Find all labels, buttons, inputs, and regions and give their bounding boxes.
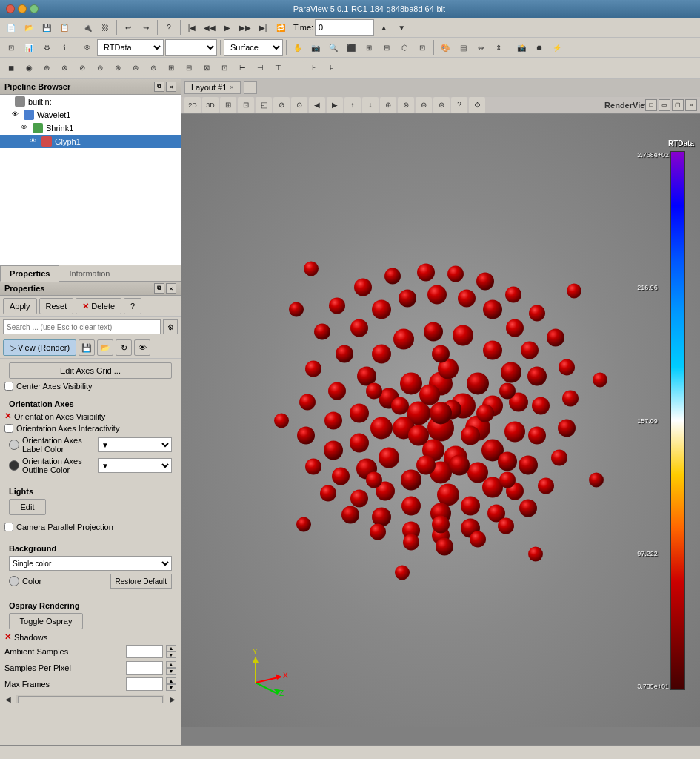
select-button[interactable]: ⬛ xyxy=(343,39,359,56)
max-frames-input[interactable]: 8 xyxy=(126,677,163,691)
select-cell-button[interactable]: ⊟ xyxy=(379,39,395,56)
time-spin-up[interactable]: ▲ xyxy=(376,19,392,36)
scroll-right-button[interactable]: ▶ xyxy=(164,692,181,708)
ambient-samples-up[interactable]: ▲ xyxy=(166,645,176,652)
filter19[interactable]: ⊧ xyxy=(323,60,339,76)
max-frames-up[interactable]: ▲ xyxy=(166,677,176,684)
render-win-min[interactable]: □ xyxy=(645,99,657,111)
prop-refresh-button[interactable]: ↻ xyxy=(116,339,132,356)
select-3d-button[interactable]: ⊡ xyxy=(414,39,430,56)
samples-per-pixel-down[interactable]: ▼ xyxy=(166,668,176,675)
pipeline-float-button[interactable]: ⧉ xyxy=(154,82,164,92)
open-button[interactable]: 📂 xyxy=(21,19,37,36)
pipeline-item-wavelet[interactable]: 👁 Wavelet1 xyxy=(0,108,181,122)
connect-button[interactable]: 🔌 xyxy=(79,19,96,36)
interact-button[interactable]: ✋ xyxy=(290,39,306,56)
rt-btn13[interactable]: ⊗ xyxy=(398,97,414,113)
rt-btn10[interactable]: ↑ xyxy=(344,97,361,113)
last-frame-button[interactable]: ▶| xyxy=(255,19,271,36)
pipeline-browser-toggle[interactable]: 📊 xyxy=(21,39,37,56)
undo-button[interactable]: ↩ xyxy=(120,19,136,36)
scroll-track[interactable] xyxy=(18,696,164,703)
select-point-button[interactable]: ⊞ xyxy=(361,39,377,56)
prev-frame-button[interactable]: ◀◀ xyxy=(201,19,218,36)
properties-close-button[interactable]: × xyxy=(166,283,176,294)
rt-btn2[interactable]: 3D xyxy=(202,97,219,113)
time-input[interactable] xyxy=(315,19,374,36)
search-input[interactable] xyxy=(3,319,161,334)
filter10[interactable]: ⊞ xyxy=(163,60,179,76)
filter16[interactable]: ⊤ xyxy=(270,60,286,76)
pipeline-item-builtin[interactable]: builtin: xyxy=(0,95,181,108)
rt-btn5[interactable]: ◱ xyxy=(256,97,272,113)
redo-button[interactable]: ↪ xyxy=(138,19,154,36)
rt-btn17[interactable]: ⚙ xyxy=(469,97,485,113)
view-render-button[interactable]: ▷ View (Render) xyxy=(3,339,76,356)
rt-btn12[interactable]: ⊕ xyxy=(380,97,396,113)
scroll-left-button[interactable]: ◀ xyxy=(0,692,16,708)
help-button[interactable]: ? xyxy=(124,298,141,314)
pipeline-header-buttons[interactable]: ⧉ × xyxy=(154,82,176,92)
prop-load-button[interactable]: 📂 xyxy=(97,339,113,356)
rt-btn4[interactable]: ⊡ xyxy=(238,97,254,113)
filter11[interactable]: ⊟ xyxy=(181,60,197,76)
new-button[interactable]: 📄 xyxy=(3,19,19,36)
rt-btn7[interactable]: ⊙ xyxy=(291,97,307,113)
reset-session-button[interactable]: ⊡ xyxy=(3,39,19,56)
colormap-button[interactable]: 🎨 xyxy=(437,39,453,56)
delete-button[interactable]: ✕ Delete xyxy=(76,298,121,314)
rescale2-button[interactable]: ⇕ xyxy=(490,39,507,56)
search-options-button[interactable]: ⚙ xyxy=(163,319,178,334)
representation-select[interactable]: Surface xyxy=(224,39,283,56)
save-button[interactable]: 💾 xyxy=(39,19,55,36)
filter1[interactable]: ◼ xyxy=(3,60,19,76)
rt-btn1[interactable]: 2D xyxy=(184,97,201,113)
add-tab-button[interactable]: + xyxy=(244,81,257,94)
pipeline-close-button[interactable]: × xyxy=(166,82,176,92)
edit-lights-button[interactable]: Edit xyxy=(9,499,46,515)
filter4[interactable]: ⊗ xyxy=(56,60,73,76)
layout-tab-close[interactable]: × xyxy=(230,84,233,91)
first-frame-button[interactable]: |◀ xyxy=(184,19,200,36)
viz-container[interactable]: RTData 2.768e+02 216.96 157.09 97.222 3.… xyxy=(181,114,700,727)
disconnect-button[interactable]: ⛓ xyxy=(97,19,113,36)
filter13[interactable]: ⊡ xyxy=(216,60,233,76)
cam-reset-button[interactable]: 📷 xyxy=(307,39,324,56)
tab-information[interactable]: Information xyxy=(59,265,119,281)
render-win-close[interactable]: × xyxy=(685,99,697,111)
rt-btn9[interactable]: ▶ xyxy=(327,97,343,113)
restore-default-button[interactable]: Restore Default xyxy=(110,574,172,589)
array-select[interactable] xyxy=(165,39,217,56)
apply-button[interactable]: Apply xyxy=(3,298,37,314)
toggle-ospray-button[interactable]: Toggle Ospray xyxy=(9,613,83,629)
center-axes-checkbox[interactable] xyxy=(4,382,13,391)
pipeline-item-shrink[interactable]: 👁 Shrink1 xyxy=(0,122,181,135)
samples-per-pixel-up[interactable]: ▲ xyxy=(166,661,176,668)
prop-eye-button[interactable]: 👁 xyxy=(134,339,150,356)
filter18[interactable]: ⊦ xyxy=(305,60,321,76)
macro-button[interactable]: ⚡ xyxy=(549,39,565,56)
tab-properties[interactable]: Properties xyxy=(0,265,59,282)
filter14[interactable]: ⊢ xyxy=(234,60,250,76)
rt-btn11[interactable]: ↓ xyxy=(362,97,379,113)
samples-per-pixel-input[interactable]: 1 xyxy=(126,661,163,675)
eye-toggle[interactable]: 👁 xyxy=(79,39,96,56)
record-button[interactable]: ⏺ xyxy=(531,39,547,56)
render-win-max[interactable]: ▢ xyxy=(672,99,684,111)
select-poly-button[interactable]: ⬡ xyxy=(396,39,413,56)
orientation-interactivity-checkbox[interactable] xyxy=(4,424,13,433)
rescale-button[interactable]: ⇔ xyxy=(473,39,489,56)
minimize-button[interactable] xyxy=(18,4,27,13)
info-toggle[interactable]: ℹ xyxy=(56,39,73,56)
render-win-restore[interactable]: ▭ xyxy=(659,99,670,111)
background-type-select[interactable]: Single color xyxy=(9,556,172,571)
rt-btn3[interactable]: ⊞ xyxy=(220,97,236,113)
save-state-button[interactable]: 📋 xyxy=(56,19,73,36)
rt-btn16[interactable]: ? xyxy=(451,97,467,113)
zoom-to-data-button[interactable]: 🔍 xyxy=(325,39,341,56)
horizontal-scrollbar[interactable]: ◀ ▶ xyxy=(0,695,181,703)
rt-btn15[interactable]: ⊜ xyxy=(433,97,450,113)
prop-save-button[interactable]: 💾 xyxy=(79,339,95,356)
orientation-outline-color-select[interactable]: ▼ xyxy=(98,458,172,473)
camera-parallel-checkbox[interactable] xyxy=(4,523,13,531)
